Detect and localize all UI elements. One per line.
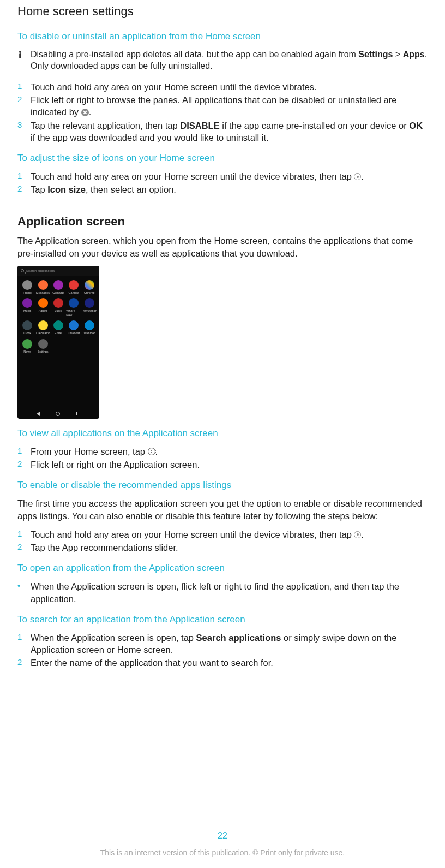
steps-searchapp: 1 When the Application screen is open, t… <box>17 632 428 669</box>
settings-icon <box>38 339 48 349</box>
footer-text: This is an internet version of this publ… <box>0 848 445 858</box>
step-text: Tap the App recommendations slider. <box>31 542 428 554</box>
kebab-menu-icon: ⋮ <box>93 269 96 273</box>
step-text: Tap the relevant application, then tap D… <box>31 120 428 144</box>
phone-search-bar: Search applications ⋮ <box>17 266 99 276</box>
steps-disable: 1 Touch and hold any area on your Home s… <box>17 81 428 144</box>
note-apps: Apps <box>403 50 425 59</box>
music-icon <box>22 298 32 308</box>
step-text: Flick left or right on the Application s… <box>31 459 428 471</box>
section-heading-openapp: To open an application from the Applicat… <box>17 562 428 575</box>
section-heading-searchapp: To search for an application from the Ap… <box>17 614 428 626</box>
app-item: Clock <box>20 320 35 335</box>
app-label: News <box>23 350 31 354</box>
page-title: Home screen settings <box>17 3 428 20</box>
bullet-icon: • <box>17 580 25 605</box>
back-icon <box>37 412 40 416</box>
step-text-part: , then select an option. <box>86 185 176 194</box>
weather-icon <box>85 320 94 330</box>
recents-icon <box>76 412 80 415</box>
bullet-text: When the Application screen is open, fli… <box>31 580 428 605</box>
app-label: Album <box>39 309 47 313</box>
app-item: Chrome <box>82 280 97 295</box>
phone-search-text: Search applications <box>26 269 55 273</box>
step-text-part: When the Application screen is open, tap <box>31 633 196 643</box>
news-icon <box>22 339 32 349</box>
bullet-row: • When the Application screen is open, f… <box>17 580 428 605</box>
phone-icon <box>22 280 32 290</box>
steps-iconsize: 1 Touch and hold any area on your Home s… <box>17 170 428 196</box>
settings-dot-icon <box>354 531 361 538</box>
app-screen-screenshot: Search applications ⋮ Phone Messages Con… <box>17 266 99 419</box>
svg-rect-1 <box>19 53 21 58</box>
step-bold: Icon size <box>47 185 86 194</box>
app-item: Calculator <box>35 320 50 335</box>
app-item: Album <box>35 298 50 317</box>
app-label: Music <box>23 309 31 313</box>
app-label: Contacts <box>52 291 64 295</box>
step-text-part: Touch and hold any area on your Home scr… <box>31 171 354 181</box>
step-text: Touch and hold any area on your Home scr… <box>31 528 428 540</box>
step-bold: Search applications <box>196 633 281 643</box>
phone-nav-bar <box>17 409 99 419</box>
step-text-part: . <box>89 107 92 117</box>
app-drawer-icon <box>148 448 155 455</box>
step-text-part: if the app was downloaded and you would … <box>31 133 269 142</box>
appscreen-para: The Application screen, which you open f… <box>17 235 428 259</box>
app-label: Settings <box>38 350 49 354</box>
email-icon <box>53 320 63 330</box>
whatsnew-icon <box>69 298 79 308</box>
app-label: Messages <box>36 291 50 295</box>
step-bold: DISABLE <box>180 121 219 130</box>
step-number: 2 <box>17 542 25 554</box>
app-item: PlayStation <box>82 298 97 317</box>
app-grid: Phone Messages Contacts Camera Chrome Mu… <box>17 276 99 358</box>
app-label: Email <box>55 331 62 335</box>
messages-icon <box>38 280 48 290</box>
settings-dot-icon <box>354 173 361 180</box>
app-label: Phone <box>23 291 32 295</box>
step-text-part: Touch and hold any area on your Home scr… <box>31 530 354 539</box>
step-number: 2 <box>17 94 25 118</box>
app-item: Settings <box>35 339 50 354</box>
note-text-pre: Disabling a pre-installed app deletes al… <box>31 50 358 59</box>
step-number: 1 <box>17 528 25 540</box>
step-text-part: Tap <box>31 185 47 194</box>
section-heading-recommended: To enable or disable the recommended app… <box>17 479 428 492</box>
section-heading-iconsize: To adjust the size of icons on your Home… <box>17 152 428 165</box>
app-label: What's New <box>66 309 81 317</box>
calculator-icon <box>38 320 48 330</box>
note-sep: > <box>393 50 402 59</box>
note-text: Disabling a pre-installed app deletes al… <box>31 49 428 72</box>
contacts-icon <box>53 280 63 290</box>
app-item: News <box>20 339 35 354</box>
step-number: 2 <box>17 459 25 471</box>
app-item: Music <box>20 298 35 317</box>
steps-viewall: 1 From your Home screen, tap . 2 Flick l… <box>17 445 428 471</box>
steps-recommended: 1 Touch and hold any area on your Home s… <box>17 528 428 554</box>
step-text: When the Application screen is open, tap… <box>31 632 428 656</box>
home-icon <box>56 412 60 416</box>
step-text-part: Tap the relevant application, then tap <box>31 121 180 130</box>
camera-icon <box>69 280 79 290</box>
section-heading-appscreen: Application screen <box>17 213 428 230</box>
note-row: Disabling a pre-installed app deletes al… <box>17 49 428 72</box>
step-text-part: . <box>361 530 364 539</box>
app-item: What's New <box>66 298 81 317</box>
app-label: Chrome <box>84 291 95 295</box>
app-item: Email <box>51 320 66 335</box>
app-label: PlayStation <box>82 309 97 313</box>
step-text: Touch and hold any area on your Home scr… <box>31 81 428 93</box>
step-text: Tap Icon size, then select an option. <box>31 183 428 195</box>
app-item: Phone <box>20 280 35 295</box>
step-number: 1 <box>17 81 25 93</box>
step-number: 1 <box>17 632 25 656</box>
clock-icon <box>22 320 32 330</box>
recommended-para: The first time you access the applicatio… <box>17 497 428 522</box>
app-item: Calendar <box>66 320 81 335</box>
step-text: Enter the name of the application that y… <box>31 657 428 669</box>
section-heading-disable: To disable or uninstall an application f… <box>17 31 428 43</box>
app-label: Calculator <box>36 331 50 335</box>
close-badge-icon <box>81 109 89 116</box>
app-label: Clock <box>23 331 31 335</box>
